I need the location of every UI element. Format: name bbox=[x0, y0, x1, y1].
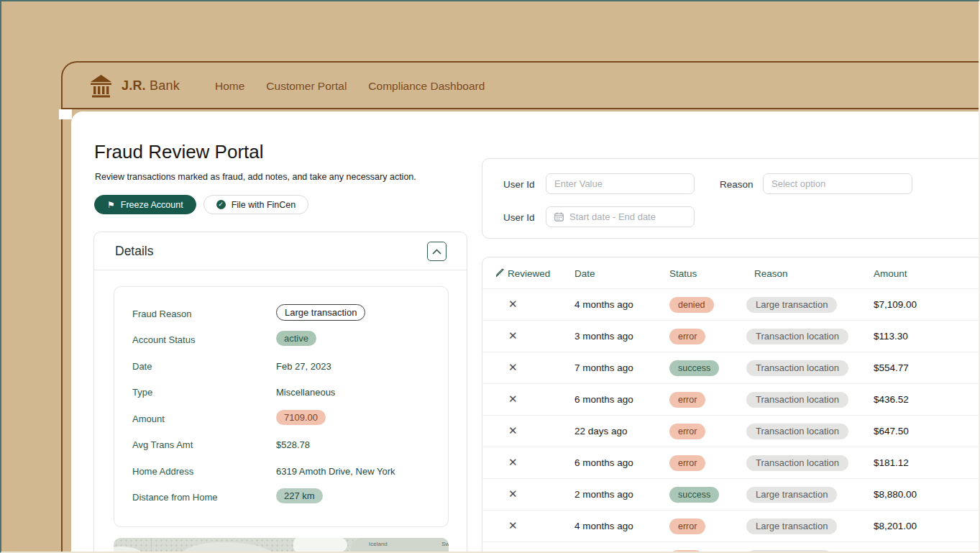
reason-badge: Transaction location bbox=[746, 329, 848, 344]
reason-badge: Large transaction bbox=[746, 518, 837, 534]
filter-user-id-label: User Id bbox=[503, 179, 535, 190]
reason-select[interactable] bbox=[763, 173, 912, 194]
table-header-row: Reviewed Date Status Reason Amount bbox=[482, 257, 980, 289]
cell-amount: $7,109.00 bbox=[874, 299, 917, 310]
file-fincen-button[interactable]: ✓ File with FinCen bbox=[203, 195, 309, 214]
col-header-amount: Amount bbox=[874, 268, 907, 279]
col-header-reviewed: Reviewed bbox=[508, 268, 550, 279]
table-row[interactable]: ✕ 22 days ago error Transaction location… bbox=[482, 416, 980, 447]
collapse-details-button[interactable] bbox=[427, 242, 447, 261]
status-badge: error bbox=[669, 455, 705, 471]
field-label: Fraud Reason bbox=[132, 309, 191, 319]
map-label-sweden: Swe bbox=[441, 541, 449, 547]
cell-amount: $8,201.00 bbox=[874, 521, 917, 531]
field-avg-trans-amt: Avg Trans Amt $528.78 bbox=[114, 432, 448, 458]
cell-amount: $554.77 bbox=[874, 362, 909, 373]
nav-link-customer-portal[interactable]: Customer Portal bbox=[266, 80, 347, 93]
filter-card: User Id Reason User Id Start date - End … bbox=[482, 158, 980, 239]
distance-badge: 227 km bbox=[276, 488, 323, 503]
not-reviewed-x-icon[interactable]: ✕ bbox=[508, 456, 518, 469]
field-amount: Amount 7109.00 bbox=[114, 406, 448, 432]
reason-badge: Transaction location bbox=[746, 360, 848, 376]
reason-badge: Large transaction bbox=[746, 487, 837, 503]
status-badge: error bbox=[669, 424, 705, 439]
date-range-picker[interactable]: Start date - End date bbox=[546, 206, 695, 227]
cell-amount: $436.52 bbox=[874, 394, 909, 405]
not-reviewed-x-icon[interactable]: ✕ bbox=[508, 393, 518, 406]
not-reviewed-x-icon[interactable]: ✕ bbox=[508, 329, 518, 342]
table-row[interactable]: ✕ 4 months ago error Large transaction $… bbox=[482, 511, 980, 542]
nav-link-home[interactable]: Home bbox=[215, 80, 244, 93]
calendar-icon bbox=[554, 212, 564, 221]
filter-reason-label: Reason bbox=[720, 179, 754, 190]
details-card: Details Fraud Reason Large transaction A… bbox=[93, 232, 467, 553]
field-fraud-reason: Fraud Reason Large transaction bbox=[114, 301, 448, 327]
not-reviewed-x-icon[interactable]: ✕ bbox=[508, 361, 518, 374]
chevron-up-icon bbox=[432, 249, 441, 255]
field-value: Feb 27, 2023 bbox=[276, 361, 331, 372]
status-badge bbox=[669, 550, 703, 553]
fraud-review-screen: J.R. Bank Home Customer Portal Complianc… bbox=[0, 0, 980, 553]
not-reviewed-x-icon[interactable]: ✕ bbox=[508, 424, 518, 437]
cell-date: 7 months ago bbox=[574, 362, 633, 373]
status-badge: error bbox=[669, 518, 705, 534]
field-value: 6319 Amoth Drive, New York bbox=[276, 466, 395, 477]
status-badge: success bbox=[669, 487, 719, 503]
account-status-badge: active bbox=[276, 331, 316, 346]
cell-date: 6 months ago bbox=[574, 457, 633, 468]
filter-date-range-label: User Id bbox=[503, 212, 535, 223]
amount-badge: 7109.00 bbox=[276, 410, 326, 425]
cell-date: 6 months ago bbox=[574, 394, 633, 405]
location-map[interactable]: Iceland Swe bbox=[114, 538, 449, 553]
field-distance-from-home: Distance from Home 227 km bbox=[114, 485, 448, 511]
status-badge: error bbox=[669, 392, 705, 408]
brand: J.R. Bank bbox=[90, 74, 180, 98]
field-type: Type Miscellaneous bbox=[114, 380, 448, 406]
reason-badge: Transaction location bbox=[746, 424, 848, 439]
date-range-placeholder: Start date - End date bbox=[569, 211, 656, 222]
brand-name-bold: J.R. bbox=[122, 78, 146, 93]
field-label: Home Address bbox=[132, 466, 193, 477]
page-subtitle: Review transactions marked as fraud, add… bbox=[95, 172, 416, 182]
cell-amount: $113.30 bbox=[874, 331, 908, 342]
freeze-account-button[interactable]: ⚑ Freeze Account bbox=[94, 195, 196, 214]
panel-corner-notch bbox=[59, 109, 72, 119]
reason-badge: Transaction location bbox=[746, 392, 848, 408]
table-row[interactable]: ✕ 6 months ago error Transaction locatio… bbox=[482, 447, 980, 479]
brand-name: J.R. Bank bbox=[122, 78, 180, 93]
not-reviewed-x-icon[interactable]: ✕ bbox=[508, 488, 518, 501]
file-fincen-label: File with FinCen bbox=[232, 200, 296, 210]
table-row-partial[interactable] bbox=[482, 542, 980, 553]
not-reviewed-x-icon[interactable]: ✕ bbox=[508, 519, 518, 532]
nav-link-compliance-dashboard[interactable]: Compliance Dashboard bbox=[368, 80, 485, 93]
brand-name-rest: Bank bbox=[146, 78, 180, 93]
table-row[interactable]: ✕ 7 months ago success Transaction locat… bbox=[482, 352, 980, 384]
cell-amount: $647.50 bbox=[874, 426, 909, 437]
col-header-reason: Reason bbox=[754, 268, 788, 279]
table-row[interactable]: ✕ 4 months ago denied Large transaction … bbox=[482, 289, 980, 321]
col-header-status: Status bbox=[669, 268, 697, 279]
col-header-date: Date bbox=[574, 268, 595, 279]
fraud-reason-pill: Large transaction bbox=[276, 304, 365, 321]
bank-logo-icon bbox=[90, 74, 112, 98]
cell-amount: $181.12 bbox=[874, 457, 909, 468]
map-landmass bbox=[114, 547, 146, 553]
map-landmass bbox=[293, 538, 347, 553]
not-reviewed-x-icon[interactable]: ✕ bbox=[508, 298, 518, 311]
status-badge: denied bbox=[669, 297, 714, 313]
nav-links: Home Customer Portal Compliance Dashboar… bbox=[215, 63, 485, 109]
table-row[interactable]: ✕ 2 months ago success Large transaction… bbox=[482, 479, 980, 511]
cell-amount: $8,880.00 bbox=[874, 489, 917, 500]
cell-date: 22 days ago bbox=[574, 426, 628, 437]
user-id-input[interactable] bbox=[546, 173, 695, 194]
field-home-address: Home Address 6319 Amoth Drive, New York bbox=[114, 459, 448, 485]
cell-date: 3 months ago bbox=[574, 331, 633, 342]
cell-date: 4 months ago bbox=[574, 521, 633, 531]
table-row[interactable]: ✕ 3 months ago error Transaction locatio… bbox=[482, 321, 980, 352]
details-fields-card: Fraud Reason Large transaction Account S… bbox=[114, 286, 449, 527]
field-label: Amount bbox=[132, 413, 165, 424]
field-label: Account Status bbox=[132, 334, 195, 345]
pencil-icon bbox=[495, 268, 505, 278]
table-row[interactable]: ✕ 6 months ago error Transaction locatio… bbox=[482, 384, 980, 416]
reason-badge: Large transaction bbox=[746, 297, 837, 313]
